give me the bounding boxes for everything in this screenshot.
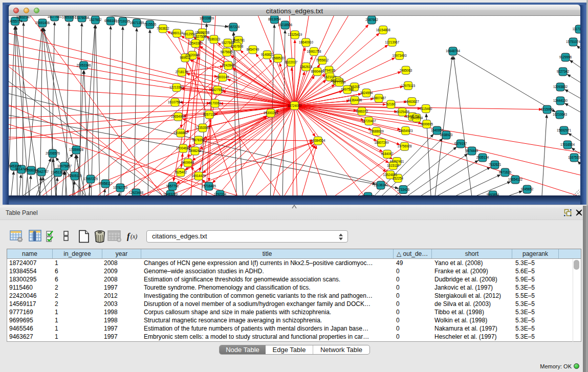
svg-text:16177601: 16177601 bbox=[48, 16, 62, 18]
svg-text:16033809: 16033809 bbox=[200, 16, 214, 20]
svg-text:5878352: 5878352 bbox=[192, 138, 205, 142]
svg-text:7663822: 7663822 bbox=[157, 27, 169, 30]
svg-text:10025438: 10025438 bbox=[395, 110, 410, 114]
svg-text:10975857: 10975857 bbox=[57, 164, 72, 168]
svg-text:15136141: 15136141 bbox=[374, 183, 388, 187]
svg-text:7515526: 7515526 bbox=[144, 23, 157, 26]
svg-text:18832147: 18832147 bbox=[16, 16, 31, 19]
svg-text:9242848: 9242848 bbox=[222, 63, 235, 67]
svg-text:20691406: 20691406 bbox=[35, 21, 50, 25]
svg-text:9777169: 9777169 bbox=[333, 80, 346, 84]
svg-text:10654982: 10654982 bbox=[171, 115, 186, 118]
svg-text:11171952: 11171952 bbox=[572, 27, 580, 31]
svg-text:1621072: 1621072 bbox=[324, 75, 337, 79]
svg-text:10958117: 10958117 bbox=[98, 182, 113, 185]
svg-text:9146821: 9146821 bbox=[261, 53, 274, 56]
svg-text:1615112: 1615112 bbox=[387, 164, 400, 167]
svg-text:15376058: 15376058 bbox=[75, 16, 90, 19]
svg-text:16671355: 16671355 bbox=[129, 21, 144, 25]
svg-text:8813054: 8813054 bbox=[268, 17, 281, 21]
svg-text:15226058: 15226058 bbox=[195, 31, 210, 34]
svg-text:16210643: 16210643 bbox=[553, 113, 568, 116]
svg-text:15300293: 15300293 bbox=[264, 111, 278, 115]
svg-text:10719195: 10719195 bbox=[116, 19, 130, 23]
svg-text:18640910: 18640910 bbox=[299, 40, 314, 44]
svg-text:17016504: 17016504 bbox=[560, 143, 575, 146]
svg-text:9474444: 9474444 bbox=[466, 149, 478, 152]
svg-text:1588520: 1588520 bbox=[272, 56, 285, 60]
svg-text:2803144: 2803144 bbox=[216, 75, 229, 79]
svg-text:9115460: 9115460 bbox=[420, 107, 432, 111]
svg-text:6379197: 6379197 bbox=[454, 142, 467, 145]
svg-text:12923448: 12923448 bbox=[129, 191, 144, 194]
svg-text:18807249: 18807249 bbox=[374, 141, 389, 144]
svg-text:10688609: 10688609 bbox=[369, 129, 384, 133]
svg-text:10654122: 10654122 bbox=[508, 178, 523, 181]
svg-text:5498242: 5498242 bbox=[189, 149, 202, 152]
svg-text:19166862: 19166862 bbox=[173, 131, 188, 135]
svg-text:12213383: 12213383 bbox=[169, 85, 184, 89]
svg-text:12353594: 12353594 bbox=[195, 126, 210, 129]
svg-text:7625402: 7625402 bbox=[175, 170, 187, 174]
svg-text:13325419: 13325419 bbox=[288, 33, 302, 36]
svg-text:1733426: 1733426 bbox=[397, 188, 410, 191]
svg-text:9699695: 9699695 bbox=[420, 122, 433, 126]
svg-text:8427552: 8427552 bbox=[211, 88, 224, 92]
svg-text:(x): (x) bbox=[130, 233, 137, 240]
svg-text:11207461: 11207461 bbox=[390, 160, 404, 163]
svg-text:8267110: 8267110 bbox=[203, 113, 216, 116]
svg-text:16107554: 16107554 bbox=[168, 100, 183, 104]
svg-text:9657791: 9657791 bbox=[166, 184, 179, 188]
svg-text:6794028: 6794028 bbox=[323, 69, 336, 72]
svg-text:15720407: 15720407 bbox=[362, 119, 377, 123]
svg-text:17957225: 17957225 bbox=[83, 177, 98, 181]
svg-text:2718176: 2718176 bbox=[176, 70, 188, 74]
svg-text:252254: 252254 bbox=[393, 177, 404, 180]
svg-text:989612: 989612 bbox=[180, 56, 191, 59]
svg-text:7632621: 7632621 bbox=[489, 163, 502, 166]
svg-text:9129996: 9129996 bbox=[559, 55, 572, 59]
svg-text:1640954: 1640954 bbox=[431, 128, 444, 132]
svg-text:2367608: 2367608 bbox=[231, 45, 244, 48]
svg-text:1527602: 1527602 bbox=[89, 18, 102, 21]
svg-text:1546781: 1546781 bbox=[232, 38, 245, 42]
svg-text:3824554: 3824554 bbox=[360, 91, 373, 95]
svg-text:8960124: 8960124 bbox=[170, 31, 183, 35]
svg-text:9245652: 9245652 bbox=[521, 187, 534, 191]
svg-text:12975115: 12975115 bbox=[401, 84, 416, 87]
svg-text:16543382: 16543382 bbox=[188, 41, 203, 45]
svg-text:19654923: 19654923 bbox=[398, 129, 413, 133]
svg-text:7986372: 7986372 bbox=[356, 110, 368, 113]
svg-text:15751074: 15751074 bbox=[566, 40, 580, 43]
svg-text:7485063: 7485063 bbox=[400, 69, 412, 72]
svg-text:8215958: 8215958 bbox=[541, 107, 554, 111]
svg-text:15692971: 15692971 bbox=[557, 128, 572, 132]
svg-text:10973493: 10973493 bbox=[393, 54, 407, 57]
svg-text:8938923: 8938923 bbox=[440, 133, 453, 137]
svg-text:5875685: 5875685 bbox=[221, 50, 233, 54]
svg-text:1167533: 1167533 bbox=[568, 156, 580, 159]
svg-text:19756928: 19756928 bbox=[398, 144, 412, 148]
svg-text:20206576: 20206576 bbox=[46, 151, 60, 155]
svg-text:9227342: 9227342 bbox=[557, 70, 570, 73]
svg-text:8322037: 8322037 bbox=[285, 60, 298, 64]
svg-text:62160: 62160 bbox=[386, 102, 396, 106]
svg-text:2349594: 2349594 bbox=[410, 116, 423, 120]
svg-text:9184067: 9184067 bbox=[381, 152, 394, 156]
svg-text:2935134: 2935134 bbox=[476, 156, 489, 159]
svg-text:19218506: 19218506 bbox=[278, 23, 293, 27]
svg-text:16648784: 16648784 bbox=[446, 49, 461, 53]
svg-text:16914479: 16914479 bbox=[191, 174, 206, 178]
svg-text:8170061: 8170061 bbox=[209, 101, 222, 105]
svg-text:2087662: 2087662 bbox=[365, 18, 378, 21]
svg-text:19384554: 19384554 bbox=[311, 139, 325, 142]
svg-text:8471626: 8471626 bbox=[499, 170, 512, 174]
svg-text:8454749: 8454749 bbox=[247, 48, 259, 51]
svg-text:15716485: 15716485 bbox=[202, 184, 216, 188]
svg-text:11451303: 11451303 bbox=[51, 170, 65, 174]
svg-text:8990448: 8990448 bbox=[311, 70, 324, 73]
svg-text:19463627: 19463627 bbox=[405, 100, 420, 103]
svg-text:21364436: 21364436 bbox=[347, 98, 362, 102]
svg-text:9327506: 9327506 bbox=[194, 35, 207, 38]
svg-text:12505115: 12505115 bbox=[68, 174, 82, 178]
